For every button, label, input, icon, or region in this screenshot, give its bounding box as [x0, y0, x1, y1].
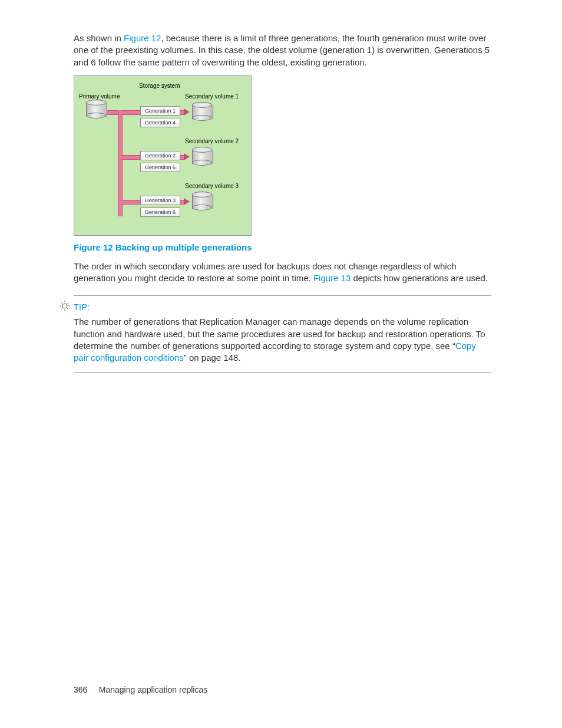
figure-12-link[interactable]: Figure 12: [124, 33, 161, 43]
primary-volume-icon: [86, 100, 106, 118]
text: The number of generations that Replicati…: [74, 317, 485, 351]
tip-block: TIP: The number of generations that Repl…: [74, 295, 491, 373]
secondary-volume-3-icon: [192, 192, 212, 210]
figure-13-link[interactable]: Figure 13: [313, 273, 351, 283]
order-paragraph: The order in which secondary volumes are…: [74, 261, 491, 285]
secondary-1-label: Secondary volume 1: [185, 93, 239, 101]
tip-icon: [59, 301, 70, 314]
svg-line-8: [67, 302, 68, 304]
text: As shown in: [74, 33, 124, 43]
svg-line-6: [67, 308, 68, 309]
chapter-title: Managing application replicas: [99, 685, 207, 694]
text: depicts how generations are used.: [351, 273, 488, 283]
tip-label: TIP:: [74, 302, 491, 313]
gen-3-box: Generation 3: [140, 196, 180, 205]
page-number: 366: [74, 685, 87, 694]
storage-system-label: Storage system: [139, 82, 180, 90]
gen-6-box: Generation 6: [140, 207, 180, 217]
figure-12-caption: Figure 12 Backing up multiple generation…: [74, 242, 491, 253]
arrow-icon: [184, 198, 190, 205]
text: ” on page 148.: [184, 353, 241, 363]
arrow-icon: [184, 153, 190, 160]
secondary-3-label: Secondary volume 3: [185, 182, 239, 190]
tip-body: The number of generations that Replicati…: [74, 316, 491, 364]
page-footer: 366 Managing application replicas: [74, 684, 207, 696]
arrow-icon: [184, 108, 190, 116]
svg-line-5: [61, 302, 62, 304]
secondary-volume-2-icon: [192, 147, 212, 166]
gen-2-box: Generation 2: [140, 151, 180, 160]
svg-line-7: [61, 308, 62, 309]
secondary-volume-1-icon: [192, 102, 212, 121]
intro-paragraph: As shown in Figure 12, because there is …: [74, 32, 491, 68]
gen-5-box: Generation 5: [140, 163, 180, 172]
gen-4-box: Generation 4: [140, 118, 180, 127]
gen-1-box: Generation 1: [140, 106, 180, 116]
secondary-2-label: Secondary volume 2: [185, 137, 239, 146]
svg-point-0: [62, 304, 67, 308]
figure-12-diagram: Storage system Primary volume Secondary …: [74, 75, 252, 236]
